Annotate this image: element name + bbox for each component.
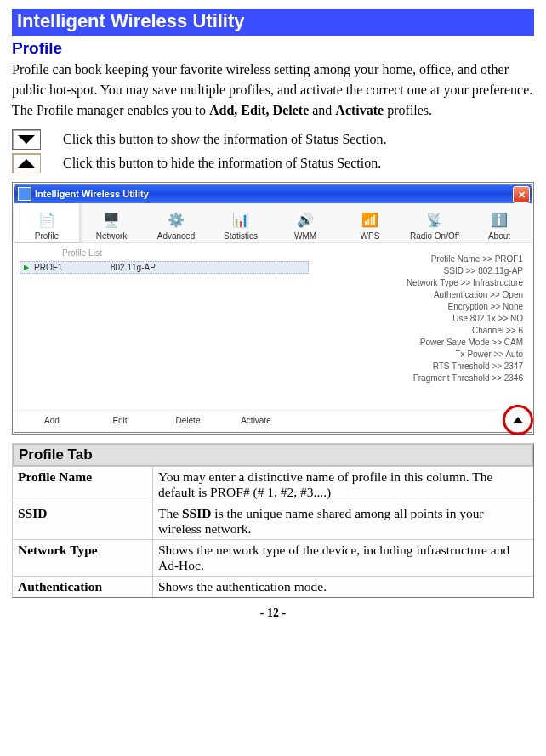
tab-label: About <box>488 231 510 241</box>
row-desc-pre: The <box>158 506 182 520</box>
window-title: Intelligent Wireless Utility <box>35 189 149 199</box>
row-desc-bold: SSID <box>182 506 211 520</box>
tab-label: Radio On/Off <box>410 231 459 241</box>
row-label: Network Type <box>13 540 153 576</box>
chevron-down-icon <box>18 135 35 144</box>
profile-ap-cell: 802.11g-AP <box>111 263 156 272</box>
intro-paragraph: Profile can book keeping your favorite w… <box>12 60 534 121</box>
app-icon <box>18 187 31 201</box>
tab-label: Statistics <box>224 231 258 241</box>
row-label: Authentication <box>13 577 153 597</box>
detail-power-save: Power Save Mode >> CAM <box>317 338 523 347</box>
profile-tab-header: Profile Tab <box>13 444 533 466</box>
detail-profile-name: Profile Name >> PROF1 <box>317 254 523 264</box>
profile-list-header: Profile List <box>62 248 309 258</box>
close-button[interactable]: ✕ <box>513 186 530 203</box>
profile-row[interactable]: ▶ PROF1 802.11g-AP <box>20 261 309 274</box>
intro-post: profiles. <box>384 103 432 117</box>
table-row: SSID The SSID is the unique name shared … <box>13 503 533 539</box>
tab-wmm[interactable]: 🔊 WMM <box>273 203 338 242</box>
detail-rts: RTS Threshold >> 2347 <box>317 361 523 371</box>
tab-label: WMM <box>294 231 316 241</box>
detail-ssid: SSID >> 802.11g-AP <box>317 266 523 276</box>
tab-about[interactable]: ℹ️ About <box>467 203 532 242</box>
expand-desc: Click this button to show the informatio… <box>63 132 386 147</box>
detail-encryption: Encryption >> None <box>317 302 523 311</box>
collapse-desc: Click this button to hide the informatio… <box>63 156 381 171</box>
tab-advanced[interactable]: ⚙️ Advanced <box>144 203 208 242</box>
about-icon: ℹ️ <box>467 208 532 230</box>
wmm-icon: 🔊 <box>273 208 338 230</box>
tab-statistics[interactable]: 📊 Statistics <box>208 203 273 242</box>
add-button[interactable]: Add <box>18 416 86 425</box>
activate-button[interactable]: Activate <box>222 416 290 425</box>
network-icon: 🖥️ <box>79 208 144 230</box>
toolbar: 📄 Profile 🖥️ Network ⚙️ Advanced 📊 Stati… <box>14 203 532 243</box>
tab-wps[interactable]: 📶 WPS <box>338 203 402 242</box>
table-row: Authentication Shows the authentication … <box>13 576 533 597</box>
page-number: - 12 - <box>12 606 534 620</box>
active-marker-icon: ▶ <box>24 264 29 271</box>
edit-button[interactable]: Edit <box>86 416 154 425</box>
tab-label: Advanced <box>157 231 195 241</box>
expand-button[interactable] <box>12 129 41 150</box>
detail-fragment: Fragment Threshold >> 2346 <box>317 373 523 383</box>
profile-tab-table: Profile Tab Profile Name You may enter a… <box>12 443 534 598</box>
section-heading: Profile <box>12 39 534 58</box>
profile-list-panel: Profile List ▶ PROF1 802.11g-AP <box>14 243 314 410</box>
profile-details: Profile Name >> PROF1 SSID >> 802.11g-AP… <box>314 243 532 410</box>
wps-icon: 📶 <box>338 208 402 230</box>
tab-network[interactable]: 🖥️ Network <box>79 203 144 242</box>
intro-bold1: Add, Edit, Delete <box>209 103 309 117</box>
table-row: Network Type Shows the network type of t… <box>13 539 533 576</box>
advanced-icon: ⚙️ <box>144 208 208 230</box>
detail-authentication: Authentication >> Open <box>317 290 523 299</box>
row-label: SSID <box>13 503 153 539</box>
intro-mid: and <box>309 103 335 117</box>
action-bar: Add Edit Delete Activate <box>14 410 532 432</box>
chevron-up-icon <box>18 159 35 168</box>
profile-icon: 📄 <box>14 208 79 230</box>
row-desc: You may enter a distinctive name of prof… <box>153 467 533 503</box>
row-desc: Shows the authentication mode. <box>153 577 533 597</box>
table-row: Profile Name You may enter a distinctive… <box>13 466 533 503</box>
tab-label: Network <box>96 231 128 241</box>
detail-8021x: Use 802.1x >> NO <box>317 314 523 323</box>
delete-button[interactable]: Delete <box>154 416 222 425</box>
tab-label: Profile <box>35 231 59 241</box>
app-window: Intelligent Wireless Utility ✕ 📄 Profile… <box>12 182 534 435</box>
row-desc: Shows the network type of the device, in… <box>153 540 533 576</box>
detail-channel: Channel >> 6 <box>317 326 523 335</box>
title-bar: Intelligent Wireless Utility ✕ <box>14 185 532 203</box>
profile-name-cell: PROF1 <box>34 263 111 272</box>
radio-icon: 📡 <box>402 208 467 230</box>
row-label: Profile Name <box>13 467 153 503</box>
tab-profile[interactable]: 📄 Profile <box>14 203 79 242</box>
tab-radio[interactable]: 📡 Radio On/Off <box>402 203 467 242</box>
page-banner: Intelligent Wireless Utility <box>12 9 534 36</box>
detail-network-type: Network Type >> Infrastructure <box>317 278 523 287</box>
close-icon: ✕ <box>518 190 526 201</box>
row-desc: The SSID is the unique name shared among… <box>153 503 533 539</box>
tab-label: WPS <box>361 231 380 241</box>
intro-bold2: Activate <box>335 103 384 117</box>
statistics-icon: 📊 <box>208 208 273 230</box>
detail-tx-power: Tx Power >> Auto <box>317 350 523 359</box>
collapse-button[interactable] <box>12 153 41 173</box>
